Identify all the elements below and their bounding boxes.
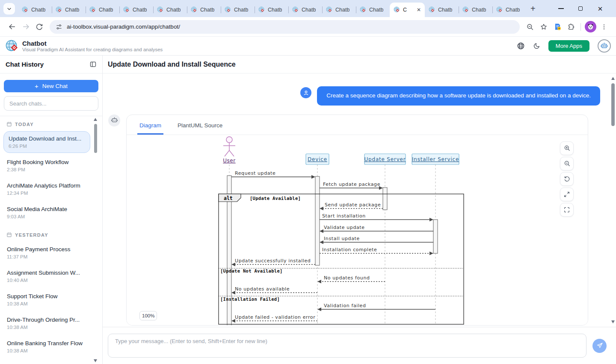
window-controls: ✕: [551, 2, 616, 15]
reading-list-button[interactable]: [551, 20, 564, 34]
site-settings-icon: [56, 23, 62, 30]
tab-search-button[interactable]: [3, 3, 15, 15]
chat-title: Online Banking Transfer Flow: [7, 340, 86, 346]
browser-tab[interactable]: Chatb: [86, 3, 119, 17]
scroll-down-icon[interactable]: [611, 320, 615, 323]
kebab-menu-icon: [601, 23, 607, 30]
chat-scrollbar[interactable]: [610, 73, 616, 327]
browser-tab[interactable]: Chatb: [288, 3, 322, 17]
dark-mode-moon-icon[interactable]: [533, 42, 540, 50]
send-button[interactable]: [592, 339, 607, 353]
browser-tab[interactable]: Chatb: [459, 3, 492, 17]
zoom-out-button[interactable]: [560, 157, 574, 170]
profile-button[interactable]: [583, 20, 597, 34]
svg-text:Install update: Install update: [324, 236, 360, 241]
browser-menu-button[interactable]: [597, 20, 611, 34]
chat-history-item[interactable]: Update Download and Inst...6:26 PM: [3, 131, 90, 153]
card-tab-plantuml-source[interactable]: PlantUML Source: [178, 122, 222, 135]
reset-view-button[interactable]: [560, 172, 574, 186]
chat-history-item[interactable]: Drive-Through Ordering Pr...10:38 AM: [3, 312, 90, 334]
visual-paradigm-favicon: [326, 6, 333, 13]
chat-history-list: TODAYUpdate Download and Inst...6:26 PMF…: [0, 116, 102, 364]
chat-history-item[interactable]: Virtual Meeting Process: [3, 359, 90, 364]
tab-label: Chatb: [369, 7, 383, 13]
reset-icon: [563, 175, 571, 182]
close-window-button[interactable]: ✕: [590, 2, 610, 15]
svg-text:[Installation Failed]: [Installation Failed]: [220, 296, 280, 302]
browser-tab[interactable]: Chatb: [119, 3, 153, 17]
chat-title: Social Media ArchiMate: [7, 206, 86, 212]
new-chat-button[interactable]: +New Chat: [4, 80, 98, 92]
bot-avatar: [108, 114, 120, 126]
browser-tab[interactable]: Chatb: [492, 3, 526, 17]
search-chats-input[interactable]: [4, 96, 98, 111]
chat-time: 10:38 AM: [7, 348, 86, 353]
card-tab-diagram[interactable]: Diagram: [139, 122, 161, 135]
zoom-in-button[interactable]: [560, 141, 574, 155]
browser-tab[interactable]: Chatb: [255, 3, 288, 17]
zoom-out-icon: [563, 160, 571, 167]
browser-tab[interactable]: Chatb: [356, 3, 390, 17]
chat-history-item[interactable]: Flight Booking Workflow2:38 PM: [3, 155, 90, 176]
url-bar[interactable]: ai-toolbox.visual-paradigm.com/app/chatb…: [50, 20, 520, 34]
chat-history-item[interactable]: Online Payment Process11:37 PM: [3, 242, 90, 264]
browser-tab[interactable]: Chatb: [153, 3, 187, 17]
fullscreen-button[interactable]: [560, 203, 574, 217]
content-area: Chat History +New Chat TODAYUpdate Downl…: [0, 56, 616, 364]
browser-tab[interactable]: Chatb: [425, 3, 459, 17]
tab-label: Chatb: [234, 7, 248, 13]
chat-history-item[interactable]: Social Media ArchiMate9:03 AM: [3, 202, 90, 223]
zoom-out-page-button[interactable]: [523, 20, 537, 34]
robot-icon: [111, 117, 118, 124]
scrollbar-thumb[interactable]: [94, 124, 97, 153]
visual-paradigm-favicon: [496, 6, 503, 13]
diagram-canvas[interactable]: UserDeviceUpdate ServerInstaller Service…: [127, 135, 588, 326]
scroll-down-icon[interactable]: [94, 359, 97, 362]
browser-tab[interactable]: Chatb: [322, 3, 356, 17]
visual-paradigm-favicon: [292, 6, 299, 13]
chat-history-item[interactable]: Assignment Submission W...10:40 AM: [3, 265, 90, 287]
sidebar-scrollbar[interactable]: [93, 117, 98, 363]
svg-text:Installer Service: Installer Service: [412, 156, 459, 162]
bookmark-button[interactable]: [537, 20, 551, 34]
browser-tab[interactable]: Chatb: [18, 3, 52, 17]
browser-tab-active[interactable]: C✕: [390, 3, 425, 17]
chat-title: Update Download and Inst...: [9, 135, 86, 142]
maximize-button[interactable]: [571, 2, 590, 15]
fit-screen-button[interactable]: [560, 188, 574, 201]
scroll-up-icon[interactable]: [611, 77, 615, 80]
chat-history-item[interactable]: Online Banking Transfer Flow10:38 AM: [3, 336, 90, 358]
language-globe-icon[interactable]: [517, 42, 525, 50]
visual-paradigm-favicon: [123, 6, 130, 13]
svg-text:No updates available: No updates available: [235, 286, 290, 292]
visual-paradigm-favicon: [56, 6, 62, 13]
assistant-avatar[interactable]: [598, 39, 611, 53]
diagram-card: DiagramPlantUML Source UserDeviceUpdate …: [126, 114, 588, 326]
user-avatar: [300, 87, 311, 98]
scroll-up-icon[interactable]: [94, 118, 97, 121]
more-apps-button[interactable]: More Apps: [548, 40, 589, 52]
close-tab-icon[interactable]: ✕: [417, 7, 421, 12]
browser-tab[interactable]: Chatb: [221, 3, 255, 17]
tab-label: Chatb: [302, 7, 316, 13]
app-header: Chatbot Visual Paradigm AI Assistant for…: [0, 37, 616, 56]
extensions-button[interactable]: [564, 20, 578, 34]
browser-tab[interactable]: Chatb: [52, 3, 86, 17]
sidebar-header: Chat History: [0, 56, 102, 73]
tab-label: Chatb: [166, 7, 181, 13]
chat-history-item[interactable]: ArchiMate Analytics Platform12:34 PM: [3, 178, 90, 200]
scrollbar-thumb[interactable]: [611, 83, 615, 126]
collapse-panel-icon[interactable]: [89, 61, 97, 68]
message-input[interactable]: [108, 334, 586, 358]
browser-tab[interactable]: Chatb: [187, 3, 221, 17]
sidebar-actions: +New Chat: [0, 73, 102, 116]
chat-history-item[interactable]: Support Ticket Flow10:38 AM: [3, 289, 90, 311]
new-tab-button[interactable]: +: [530, 4, 536, 13]
reload-button[interactable]: [33, 20, 46, 34]
chat-time: 6:26 PM: [9, 144, 86, 149]
forward-button[interactable]: [19, 20, 33, 34]
back-button[interactable]: [5, 20, 19, 34]
chat-time: 11:37 PM: [7, 254, 86, 259]
minimize-button[interactable]: [551, 2, 571, 15]
chat-title: Online Payment Process: [7, 246, 86, 252]
